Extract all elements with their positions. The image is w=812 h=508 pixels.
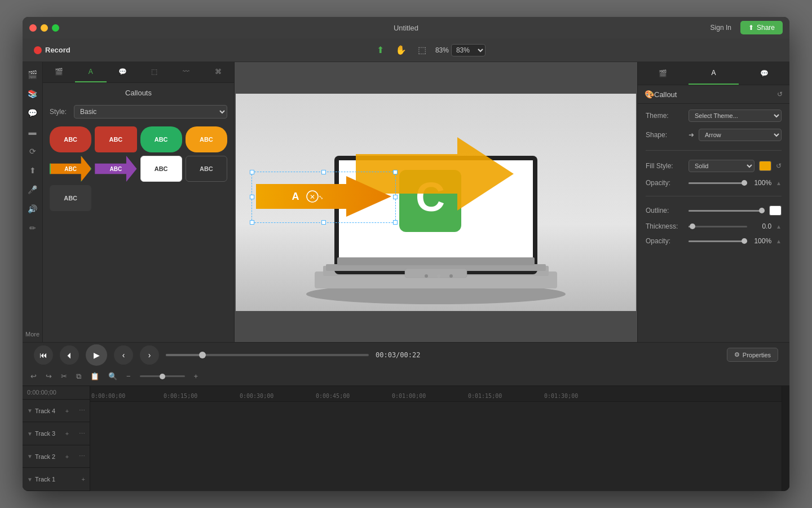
copy-button[interactable]: ⧉ (74, 371, 83, 382)
outline-color-swatch[interactable] (769, 205, 782, 216)
paste-button[interactable]: 📋 (88, 371, 102, 382)
maximize-button[interactable] (52, 24, 59, 32)
callout-abc-plain[interactable]: ABC (50, 185, 91, 211)
progress-thumb[interactable] (199, 352, 206, 358)
sidebar-icon-transitions[interactable]: ⟳ (25, 143, 41, 159)
timeline-scrollbar[interactable] (782, 386, 789, 491)
progress-track[interactable] (166, 354, 369, 356)
opacity-slider-thumb[interactable] (742, 180, 747, 186)
tab-transitions[interactable]: 〰 (170, 62, 202, 82)
callout-transparent[interactable]: ABC (186, 156, 227, 182)
next-frame-button[interactable]: › (140, 345, 159, 365)
thickness-slider[interactable] (689, 226, 747, 227)
sign-in-button[interactable]: Sign In (706, 21, 736, 34)
pan-tool-button[interactable]: ✋ (393, 42, 409, 58)
sidebar-icon-pen[interactable]: ✏ (25, 220, 41, 236)
record-button[interactable]: Record (29, 43, 75, 56)
step-back-button[interactable]: ⏴ (60, 345, 79, 365)
callout-green-bubble[interactable]: ABC (140, 126, 182, 152)
track-2-add-icon[interactable]: + (65, 453, 69, 460)
crop-tool-button[interactable]: ⬚ (416, 42, 429, 58)
callout-red-rect[interactable]: ABC (95, 126, 136, 152)
track-1-expand-icon[interactable]: ▼ (27, 476, 33, 483)
sidebar-icon-callouts[interactable]: 💬 (25, 105, 41, 121)
progress-fill (166, 354, 202, 356)
right-tab-annotations[interactable]: A (689, 62, 739, 85)
track-3-expand-icon[interactable]: ▼ (27, 431, 33, 437)
track-2-expand-icon[interactable]: ▼ (27, 453, 33, 459)
fill-style-select[interactable]: Solid (689, 160, 754, 172)
outline-opacity-value: 100% (752, 237, 771, 245)
callout-purple-arrow[interactable]: ABC (95, 156, 136, 182)
divider-1 (646, 150, 782, 151)
sidebar-icon-audio[interactable]: 🔊 (25, 201, 41, 217)
minimize-button[interactable] (41, 24, 48, 32)
track-4-settings-icon[interactable]: ⋯ (79, 407, 85, 414)
zoom-slider[interactable] (140, 375, 185, 377)
track-3-settings-icon[interactable]: ⋯ (79, 430, 85, 437)
outline-opacity-slider[interactable] (689, 240, 747, 242)
redo-button[interactable]: ↪ (43, 371, 54, 382)
sidebar-icon-shapes[interactable]: ▬ (25, 124, 41, 140)
style-select[interactable]: Basic Advanced (74, 105, 227, 119)
sidebar-icon-video[interactable]: 🎬 (25, 67, 41, 82)
outline-slider-thumb[interactable] (759, 208, 765, 213)
opacity-stepper-up[interactable]: ▲ (776, 180, 782, 186)
track-1-label-row: ▼ Track 1 + (23, 468, 90, 491)
outline-opacity-stepper[interactable]: ▲ (776, 238, 782, 244)
thickness-stepper-up[interactable]: ▲ (776, 224, 782, 230)
sidebar-more-label[interactable]: More (25, 331, 39, 338)
canvas-frame[interactable]: C (236, 94, 636, 311)
track-1-add-icon[interactable]: + (82, 476, 85, 483)
fill-reset-icon[interactable]: ↺ (776, 162, 782, 170)
opacity-slider[interactable] (689, 182, 747, 184)
ruler-75: 0:01:15;00 (468, 393, 502, 399)
play-button[interactable]: ▶ (86, 344, 107, 366)
tab-shapes[interactable]: ⬚ (139, 62, 171, 82)
prev-frame-button[interactable]: ‹ (114, 345, 133, 365)
fill-color-swatch[interactable] (759, 161, 771, 171)
right-panel: 🎬 A 💬 🎨 Callout ↺ Theme: Select Theme...… (637, 62, 789, 342)
zoom-plus-button[interactable]: + (192, 371, 201, 382)
select-tool-button[interactable]: ⬆ (374, 42, 386, 58)
timecode-label: 0:00:00;00 (27, 389, 56, 396)
tab-callouts[interactable]: 💬 (107, 62, 139, 82)
right-panel-icon: 🎨 (645, 90, 654, 99)
arrow-callout-overlay[interactable]: A ✕ ⤡ (256, 176, 391, 218)
shape-select[interactable]: Arrow (699, 129, 782, 141)
outline-slider[interactable] (689, 210, 765, 212)
skip-back-button[interactable]: ⏮ (34, 345, 53, 365)
callout-white-rect[interactable]: ABC (140, 156, 182, 182)
tab-keys[interactable]: ⌘ (202, 62, 235, 82)
callout-red-arrow[interactable]: ABC (50, 156, 91, 182)
undo-button[interactable]: ↩ (28, 371, 39, 382)
track-1-name: Track 1 (35, 476, 55, 483)
track-3-add-icon[interactable]: + (65, 430, 69, 437)
track-2-settings-icon[interactable]: ⋯ (79, 453, 85, 460)
close-button[interactable] (29, 24, 37, 32)
outline-opacity-slider-thumb[interactable] (742, 238, 747, 244)
reset-icon[interactable]: ↺ (777, 90, 783, 98)
track-4-add-icon[interactable]: + (65, 408, 69, 414)
cut-button[interactable]: ✂ (59, 371, 69, 382)
right-tab-callouts[interactable]: 💬 (739, 62, 789, 85)
zoom-slider-thumb[interactable] (160, 374, 165, 379)
zoom-out-button[interactable]: 🔍 (106, 371, 120, 382)
sidebar-icon-annotations[interactable]: 📚 (25, 86, 41, 102)
share-button[interactable]: ⬆ Share (740, 21, 783, 34)
zoom-select[interactable]: 83% 100% 50% (451, 44, 486, 56)
callout-red-bubble[interactable]: ABC (50, 126, 91, 152)
tab-media[interactable]: 🎬 (43, 62, 75, 82)
thickness-slider-thumb[interactable] (690, 224, 695, 229)
right-tab-media[interactable]: 🎬 (638, 62, 689, 85)
track-4-expand-icon[interactable]: ▼ (27, 408, 33, 414)
theme-select[interactable]: Select Theme... (689, 110, 782, 122)
tab-annotations[interactable]: A (75, 62, 107, 82)
zoom-minus-button[interactable]: − (124, 371, 133, 382)
right-panel-content: Theme: Select Theme... Shape: ➜ Arrow Fi… (638, 104, 789, 251)
main-content: 🎬 📚 💬 ▬ ⟳ ⬆ 🎤 🔊 ✏ More 🎬 A 💬 ⬚ 〰 ⌘ Callo… (23, 62, 789, 342)
sidebar-icon-cursor[interactable]: ⬆ (25, 163, 41, 178)
callout-yellow-cloud[interactable]: ABC (186, 126, 227, 152)
properties-button[interactable]: ⚙ Properties (727, 348, 778, 362)
sidebar-icon-mic[interactable]: 🎤 (25, 182, 41, 198)
